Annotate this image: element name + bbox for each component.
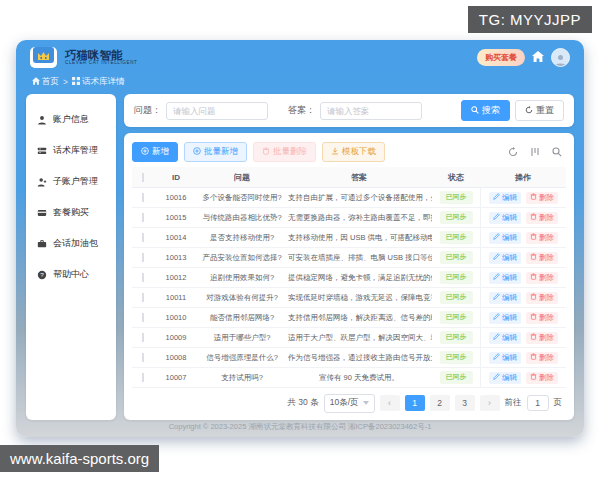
row-checkbox[interactable] [142, 333, 144, 342]
row-checkbox[interactable] [142, 373, 144, 382]
table-row: 10011对游戏体验有何提升?实现低延时穿墙稳，游戏无延迟，保障电竞等...已同… [132, 288, 566, 308]
row-checkbox[interactable] [142, 193, 144, 202]
row-checkbox[interactable] [142, 353, 144, 362]
row-checkbox[interactable] [142, 313, 144, 322]
row-answer: 提供稳定网络，避免卡顿，满足追剧无忧的使... [286, 273, 432, 283]
app-body: 账户信息话术库管理子账户管理套餐购买会话加油包?帮助中心 问题： 答案： 搜索 [16, 90, 584, 420]
edit-button[interactable]: 编辑 [489, 332, 521, 344]
data-table: ID 问题 答案 状态 操作 10016多个设备能否同时使用?支持自由扩展，可通… [132, 167, 566, 388]
edit-button[interactable]: 编辑 [489, 312, 521, 324]
add-button[interactable]: 新增 [132, 142, 178, 162]
edit-button[interactable]: 编辑 [489, 372, 521, 384]
edit-button[interactable]: 编辑 [489, 272, 521, 284]
page-button-1[interactable]: 1 [405, 395, 425, 411]
search-icon [471, 106, 479, 116]
prev-page-button[interactable]: ‹ [380, 395, 400, 411]
table-row: 10012追剧使用效果如何?提供稳定网络，避免卡顿，满足追剧无忧的使...已同步… [132, 268, 566, 288]
edit-button[interactable]: 编辑 [489, 292, 521, 304]
delete-button[interactable]: 删除 [526, 312, 558, 324]
status-badge: 已同步 [440, 311, 473, 324]
template-download-button[interactable]: 模板下载 [322, 142, 385, 162]
row-checkbox[interactable] [142, 293, 144, 302]
app-window: 巧猫咪智能 CLEVER CAT INTELLIGENT 购买套餐 首页 > 话… [16, 40, 584, 437]
edit-button[interactable]: 编辑 [489, 352, 521, 364]
delete-button[interactable]: 删除 [526, 232, 558, 244]
sidebar-item-4[interactable]: 会话加油包 [26, 228, 116, 259]
template-download-button-label: 模板下载 [342, 146, 376, 158]
batch-add-button[interactable]: 批量新增 [184, 142, 247, 162]
subaccount-icon [37, 177, 47, 187]
delete-button[interactable]: 删除 [526, 212, 558, 224]
row-answer: 可安装在墙插座、排插、电脑 USB 接口等位... [286, 253, 432, 263]
edit-button[interactable]: 编辑 [489, 252, 521, 264]
delete-button[interactable]: 删除 [526, 272, 558, 284]
breadcrumb-home[interactable]: 首页 [32, 76, 59, 88]
edit-button[interactable]: 编辑 [489, 192, 521, 204]
zoom-icon[interactable] [551, 147, 562, 158]
sidebar-item-2[interactable]: 子账户管理 [26, 166, 116, 197]
row-question: 与传统路由器相比优势? [198, 213, 286, 223]
table-toolbar: 新增 批量新增 批量删除 [132, 139, 566, 165]
sidebar-item-3[interactable]: 套餐购买 [26, 197, 116, 228]
edit-button[interactable]: 编辑 [489, 212, 521, 224]
home-button[interactable] [531, 50, 545, 64]
delete-button[interactable]: 删除 [526, 352, 558, 364]
sidebar-item-label: 会话加油包 [53, 237, 98, 250]
row-checkbox[interactable] [142, 273, 144, 282]
delete-button[interactable]: 删除 [526, 292, 558, 304]
batch-add-button-label: 批量新增 [204, 146, 238, 158]
next-page-button[interactable]: › [480, 395, 500, 411]
trash-icon [530, 193, 537, 202]
sidebar-item-5[interactable]: ?帮助中心 [26, 259, 116, 290]
delete-button[interactable]: 删除 [526, 252, 558, 264]
status-badge: 已同步 [440, 331, 473, 344]
refresh-icon[interactable] [507, 147, 518, 158]
batch-delete-button[interactable]: 批量删除 [253, 142, 316, 162]
select-all-checkbox[interactable] [142, 173, 144, 182]
column-header-status: 状态 [432, 172, 480, 183]
status-badge: 已同步 [440, 351, 473, 364]
buy-package-button[interactable]: 购买套餐 [477, 49, 525, 66]
page-size-select[interactable]: 10条/页 [324, 394, 375, 413]
row-id: 10007 [154, 373, 198, 382]
question-input[interactable] [166, 102, 268, 120]
reset-button-label: 重置 [536, 104, 554, 117]
row-checkbox[interactable] [142, 233, 144, 242]
row-checkbox[interactable] [142, 253, 144, 262]
delete-button[interactable]: 删除 [526, 192, 558, 204]
row-question: 是否支持移动使用? [198, 233, 286, 243]
search-button-label: 搜索 [482, 104, 500, 117]
trash-icon [530, 213, 537, 222]
breadcrumb-current-label: 话术库详情 [82, 76, 125, 88]
grid-icon [72, 77, 80, 87]
edit-button[interactable]: 编辑 [489, 232, 521, 244]
page-button-2[interactable]: 2 [430, 395, 450, 411]
row-answer: 宣传有 90 天免费试用。 [286, 373, 432, 383]
row-checkbox[interactable] [142, 213, 144, 222]
edit-button-label: 编辑 [502, 233, 517, 243]
logo-text: 巧猫咪智能 CLEVER CAT INTELLIGENT [65, 49, 138, 66]
edit-button-label: 编辑 [502, 273, 517, 283]
reset-button[interactable]: 重置 [515, 100, 564, 121]
edit-button-label: 编辑 [502, 333, 517, 343]
breadcrumb-home-label: 首页 [42, 76, 59, 88]
answer-input[interactable] [320, 102, 422, 120]
page-button-3[interactable]: 3 [455, 395, 475, 411]
search-button[interactable]: 搜索 [461, 100, 510, 121]
question-label: 问题： [134, 104, 161, 117]
sidebar-item-0[interactable]: 账户信息 [26, 104, 116, 135]
delete-button[interactable]: 删除 [526, 332, 558, 344]
delete-button[interactable]: 删除 [526, 372, 558, 384]
user-avatar[interactable] [551, 48, 570, 67]
row-id: 10016 [154, 193, 198, 202]
table-row: 10009适用于哪些户型?适用于大户型、跃层户型，解决因空间大、墙...已同步编… [132, 328, 566, 348]
sidebar-item-label: 帮助中心 [53, 268, 89, 281]
row-id: 10013 [154, 253, 198, 262]
edit-icon [493, 313, 500, 322]
sidebar-item-1[interactable]: 话术库管理 [26, 135, 116, 166]
trash-icon [530, 293, 537, 302]
edit-icon [493, 373, 500, 382]
column-settings-icon[interactable] [529, 147, 540, 158]
goto-page-input[interactable] [527, 395, 549, 411]
delete-button-label: 删除 [539, 233, 554, 243]
